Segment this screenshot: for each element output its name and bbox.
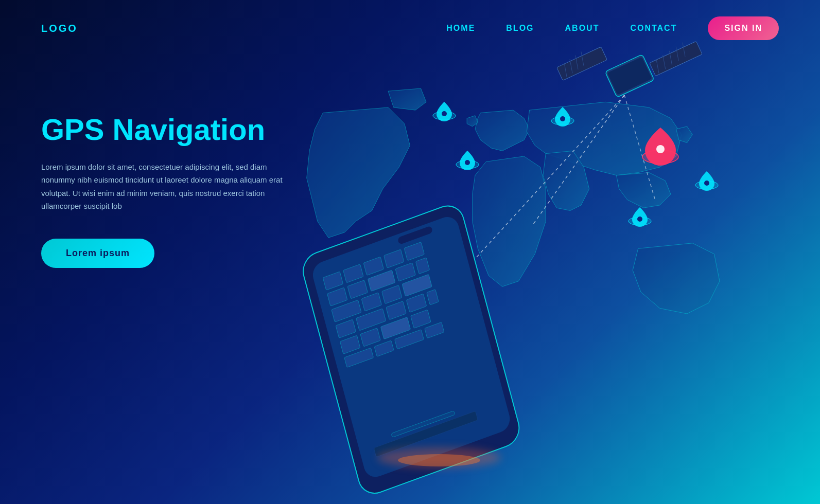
hero-section: GPS Navigation Lorem ipsum dolor sit ame… bbox=[41, 113, 288, 268]
nav-links: HOME BLOG ABOUT CONTACT SIGN IN bbox=[446, 16, 779, 40]
svg-point-64 bbox=[398, 454, 480, 466]
hero-cta-button[interactable]: Lorem ipsum bbox=[41, 239, 154, 268]
connections-svg bbox=[254, 0, 820, 504]
nav-logo: LOGO bbox=[41, 23, 78, 34]
signin-button[interactable]: SIGN IN bbox=[708, 16, 779, 40]
svg-point-13 bbox=[704, 181, 709, 186]
nav-about[interactable]: ABOUT bbox=[565, 24, 600, 33]
svg-point-5 bbox=[442, 111, 447, 116]
illustration-container bbox=[254, 0, 820, 504]
svg-line-1 bbox=[532, 95, 624, 226]
svg-point-15 bbox=[656, 145, 665, 153]
hero-title: GPS Navigation bbox=[41, 113, 288, 146]
svg-point-9 bbox=[560, 116, 565, 121]
nav-blog[interactable]: BLOG bbox=[506, 24, 534, 33]
nav-contact[interactable]: CONTACT bbox=[630, 24, 677, 33]
nav-home[interactable]: HOME bbox=[446, 24, 475, 33]
svg-point-11 bbox=[637, 217, 642, 222]
svg-point-7 bbox=[465, 160, 470, 165]
navigation: LOGO HOME BLOG ABOUT CONTACT SIGN IN bbox=[0, 0, 820, 57]
hero-description: Lorem ipsum dolor sit amet, consectetuer… bbox=[41, 160, 288, 213]
